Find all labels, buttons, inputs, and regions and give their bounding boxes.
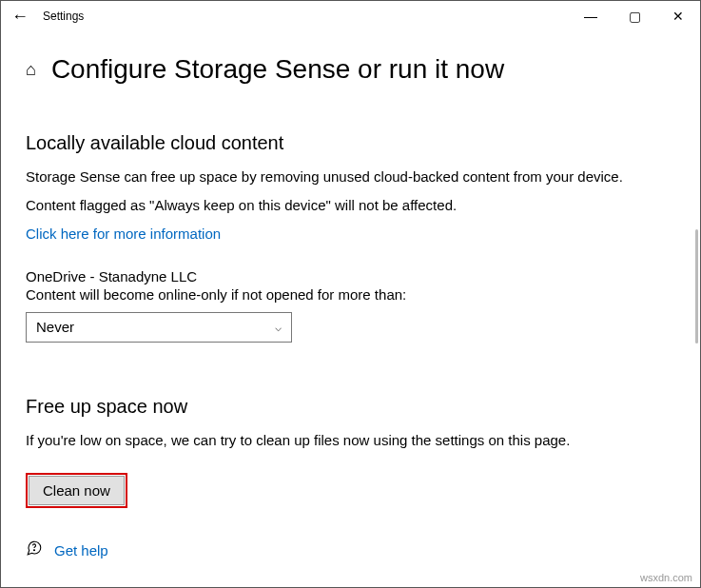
close-button[interactable]: ✕ (656, 1, 700, 31)
back-button[interactable]: ← (1, 1, 39, 31)
section-free-up: Free up space now If you're low on space… (26, 396, 675, 508)
cloud-account-note: Content will become online-only if not o… (26, 286, 675, 303)
maximize-button[interactable]: ▢ (613, 1, 656, 31)
content: Locally available cloud content Storage … (1, 132, 700, 508)
help-icon (26, 539, 43, 560)
cloud-account-name: OneDrive - Stanadyne LLC (26, 268, 675, 284)
clean-now-button[interactable]: Clean now (29, 476, 125, 505)
section-title-cloud: Locally available cloud content (26, 132, 675, 154)
app-title: Settings (39, 10, 569, 23)
dropdown-value: Never (36, 319, 74, 335)
cloud-frequency-dropdown[interactable]: Never ⌵ (26, 312, 292, 343)
watermark: wsxdn.com (640, 572, 692, 583)
page-header: ⌂ Configure Storage Sense or run it now (1, 31, 700, 104)
section-cloud-content: Locally available cloud content Storage … (26, 132, 675, 242)
chevron-down-icon: ⌵ (275, 321, 282, 334)
section-cloud-account: OneDrive - Stanadyne LLC Content will be… (26, 268, 675, 343)
cloud-more-info-link[interactable]: Click here for more information (26, 225, 675, 242)
titlebar: ← Settings — ▢ ✕ (1, 1, 700, 31)
freeup-note: If you're low on space, we can try to cl… (26, 431, 675, 450)
cloud-description-1: Storage Sense can free up space by remov… (26, 167, 675, 186)
home-icon[interactable]: ⌂ (26, 60, 36, 80)
cloud-description-2: Content flagged as "Always keep on this … (26, 196, 675, 215)
clean-now-highlight: Clean now (26, 473, 127, 508)
page-title: Configure Storage Sense or run it now (51, 54, 504, 85)
scrollbar[interactable] (695, 229, 698, 343)
svg-point-0 (33, 550, 34, 551)
help-row: Get help (26, 539, 108, 560)
window-controls: — ▢ ✕ (569, 1, 700, 31)
section-title-freeup: Free up space now (26, 396, 675, 418)
minimize-button[interactable]: — (569, 1, 613, 31)
get-help-link[interactable]: Get help (54, 542, 108, 559)
